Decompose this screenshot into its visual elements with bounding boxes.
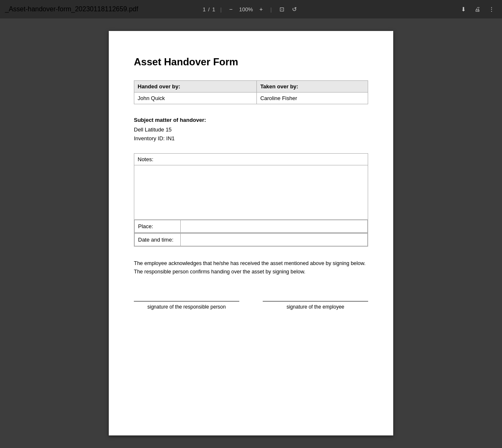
document-area: Asset Handover Form Handed over by: Take… (0, 18, 502, 448)
taken-over-by-header: Taken over by: (257, 81, 368, 93)
datetime-row-cell: Date and time: (134, 233, 368, 246)
subject-section: Subject matter of handover: Dell Latitud… (134, 117, 368, 143)
print-button[interactable]: 🖨 (472, 5, 483, 14)
toolbar-divider1: | (220, 6, 221, 13)
zoom-level: 100% (238, 6, 254, 13)
toolbar: _Asset-handover-form_20230118112659.pdf … (0, 0, 502, 18)
page-total: 1 (212, 6, 215, 13)
employee-sig-line (263, 301, 368, 301)
subject-line1: Dell Latitude 15 (134, 126, 368, 134)
subject-line2: Inventory ID: IN1 (134, 134, 368, 143)
page-controls: 1 / 1 | − 100% + | ⊡ ↺ (202, 5, 299, 14)
signatures-section: signature of the responsible person sign… (134, 301, 368, 310)
taken-over-by-value: Caroline Fisher (257, 93, 368, 104)
download-button[interactable]: ⬇ (458, 5, 469, 14)
employee-sig-block: signature of the employee (263, 301, 368, 310)
notes-body (134, 165, 368, 219)
place-value (181, 220, 368, 232)
handed-over-by-value: John Quick (134, 93, 257, 104)
subject-label: Subject matter of handover: (134, 117, 368, 123)
handover-table: Handed over by: Taken over by: John Quic… (134, 80, 368, 104)
page-separator: / (208, 6, 210, 13)
responsible-sig-label: signature of the responsible person (147, 304, 225, 310)
responsible-sig-block: signature of the responsible person (134, 301, 239, 310)
acknowledgement-text: The employee acknowledges that he/she ha… (134, 259, 368, 276)
notes-header: Notes: (134, 153, 368, 165)
toolbar-right-controls: ⬇ 🖨 ⋮ (458, 5, 497, 14)
employee-sig-label: signature of the employee (287, 304, 344, 310)
zoom-out-button[interactable]: − (227, 5, 235, 14)
fit-page-button[interactable]: ⊡ (277, 5, 287, 14)
datetime-label: Date and time: (135, 233, 181, 246)
zoom-in-button[interactable]: + (257, 5, 265, 14)
form-title: Asset Handover Form (134, 56, 368, 68)
toolbar-divider2: | (270, 6, 271, 13)
rotate-button[interactable]: ↺ (289, 5, 300, 14)
filename-label: _Asset-handover-form_20230118112659.pdf (5, 5, 138, 13)
datetime-value (181, 233, 368, 246)
handed-over-by-header: Handed over by: (134, 81, 257, 93)
pdf-page: Asset Handover Form Handed over by: Take… (109, 31, 393, 435)
responsible-sig-line (134, 301, 239, 301)
place-label: Place: (135, 220, 181, 232)
place-row-cell: Place: (134, 219, 368, 233)
more-options-button[interactable]: ⋮ (486, 5, 497, 14)
notes-table: Notes: Place: (134, 153, 368, 247)
page-current: 1 (202, 6, 205, 13)
datetime-inner-table: Date and time: (134, 233, 368, 246)
place-inner-table: Place: (134, 220, 368, 233)
